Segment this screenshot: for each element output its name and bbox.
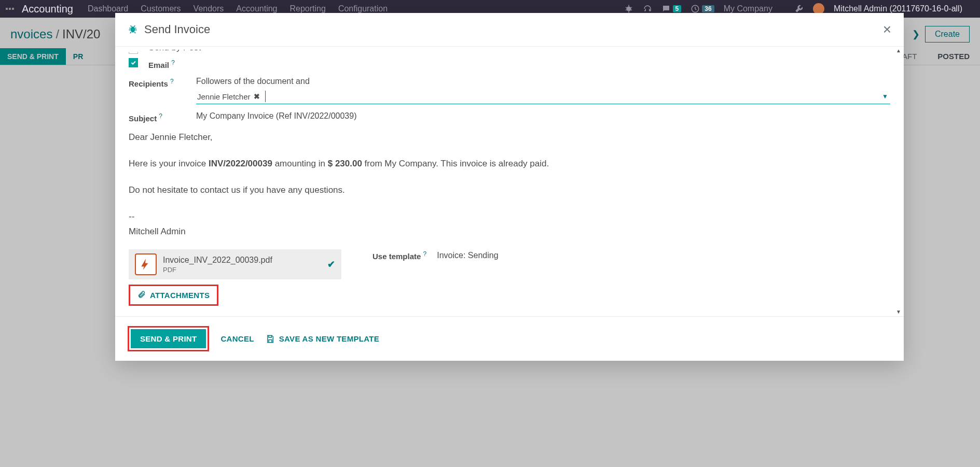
nav-customers[interactable]: Customers xyxy=(141,4,181,13)
recipients-input[interactable]: Jennie Fletcher ✖ ▼ xyxy=(196,89,890,104)
subject-label: Subject ? xyxy=(129,111,196,123)
modal-footer: SEND & PRINT CANCEL SAVE AS NEW TEMPLATE xyxy=(115,316,904,361)
subject-value[interactable]: My Company Invoice (Ref INV/2022/00039) xyxy=(196,111,890,121)
send-print-highlight: SEND & PRINT xyxy=(128,326,209,351)
email-option-row: Email ? xyxy=(129,58,890,69)
email-label: Email ? xyxy=(148,58,175,69)
email-checkbox[interactable] xyxy=(129,58,138,67)
activities-badge: 36 xyxy=(702,5,714,12)
modal-title: Send Invoice xyxy=(144,23,210,36)
messages-indicator[interactable]: 5 xyxy=(661,4,682,13)
modal-body: ▲ ▼ Send by Post Email ? Recipients ? Fo… xyxy=(115,47,904,316)
recipient-tag: Jennie Fletcher ✖ xyxy=(196,91,261,102)
apps-grid-icon[interactable] xyxy=(5,7,16,10)
text-cursor xyxy=(265,91,266,102)
attachment-card[interactable]: Invoice_INV_2022_00039.pdf PDF ✔ xyxy=(129,249,341,279)
headset-icon[interactable] xyxy=(643,4,652,13)
nav-dashboard[interactable]: Dashboard xyxy=(88,4,128,13)
attachment-row: Invoice_INV_2022_00039.pdf PDF ✔ ATTACHM… xyxy=(129,249,890,306)
create-button[interactable]: Create xyxy=(925,26,970,43)
company-name[interactable]: My Company xyxy=(724,4,772,13)
svg-point-0 xyxy=(626,7,631,11)
module-title[interactable]: Accounting xyxy=(22,3,73,15)
attachment-filetype: PDF xyxy=(163,266,272,274)
modal-header: Send Invoice × xyxy=(115,13,904,47)
body-line2: Do not hesitate to contact us if you hav… xyxy=(129,183,890,198)
nav-reporting[interactable]: Reporting xyxy=(290,4,326,13)
scroll-down-icon[interactable]: ▼ xyxy=(895,309,902,315)
remove-tag-icon[interactable]: ✖ xyxy=(254,92,260,101)
pager-next[interactable]: ❯ xyxy=(907,26,925,42)
nav-configuration[interactable]: Configuration xyxy=(338,4,388,13)
wrench-icon[interactable] xyxy=(794,4,804,13)
breadcrumb-parent[interactable]: nvoices xyxy=(10,27,52,41)
send-invoice-modal: Send Invoice × ▲ ▼ Send by Post Email ? … xyxy=(115,13,904,361)
activities-indicator[interactable]: 36 xyxy=(691,4,714,13)
bug-icon[interactable] xyxy=(624,4,633,13)
cancel-button[interactable]: CANCEL xyxy=(220,334,254,343)
scroll-up-icon[interactable]: ▲ xyxy=(895,48,902,54)
template-block: Use template ? Invoice: Sending xyxy=(372,249,499,261)
nav-accounting[interactable]: Accounting xyxy=(236,4,277,13)
send-print-button[interactable]: SEND & PRINT xyxy=(131,329,206,348)
bg-pr-button[interactable]: PR xyxy=(66,48,90,65)
messages-badge: 5 xyxy=(673,5,682,12)
svg-point-2 xyxy=(131,26,135,33)
body-greeting: Dear Jennie Fletcher, xyxy=(129,130,890,145)
dropdown-icon[interactable]: ▼ xyxy=(882,93,888,100)
use-template-label: Use template ? xyxy=(372,250,426,261)
body-line1: Here is your invoice INV/2022/00039 amou… xyxy=(129,157,890,172)
bg-send-print-button[interactable]: SEND & PRINT xyxy=(0,48,66,65)
breadcrumb-sep: / xyxy=(56,27,59,41)
paperclip-icon xyxy=(137,290,146,300)
followers-text: Followers of the document and xyxy=(196,77,890,86)
recipients-label: Recipients ? xyxy=(129,77,196,88)
close-icon[interactable]: × xyxy=(883,22,891,37)
body-signature: -- Mitchell Admin xyxy=(129,209,890,239)
save-template-button[interactable]: SAVE AS NEW TEMPLATE xyxy=(266,334,379,344)
use-template-value[interactable]: Invoice: Sending xyxy=(437,251,498,260)
recipients-row: Recipients ? Followers of the document a… xyxy=(129,77,890,104)
nav-vendors[interactable]: Vendors xyxy=(194,4,224,13)
save-icon xyxy=(266,334,275,344)
email-body[interactable]: Dear Jennie Fletcher, Here is your invoi… xyxy=(129,130,890,239)
status-posted[interactable]: POSTED xyxy=(927,48,980,65)
breadcrumb-current: INV/20 xyxy=(62,27,100,41)
bug-icon[interactable] xyxy=(128,24,138,36)
send-by-post-row-partial: Send by Post xyxy=(129,50,890,56)
attachment-filename: Invoice_INV_2022_00039.pdf xyxy=(163,256,272,265)
pdf-icon xyxy=(135,253,157,275)
user-name[interactable]: Mitchell Admin (20117670-16-0-all) xyxy=(834,4,962,13)
attachments-button[interactable]: ATTACHMENTS xyxy=(129,285,218,306)
attachment-check-icon: ✔ xyxy=(327,259,335,270)
subject-row: Subject ? My Company Invoice (Ref INV/20… xyxy=(129,111,890,123)
